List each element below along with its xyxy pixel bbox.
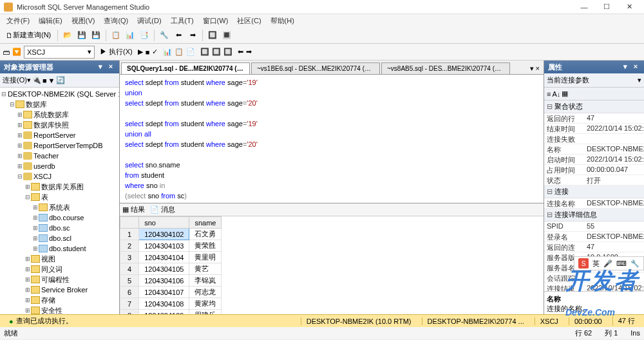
- save-all-icon[interactable]: 💾: [90, 29, 102, 42]
- tab[interactable]: ~vs1BE6.sql - DESK...ME2IK\20774 (53))*: [251, 62, 380, 74]
- save-icon[interactable]: 💾: [75, 29, 88, 42]
- tab-overflow-icon[interactable]: ▾ ×: [526, 63, 544, 74]
- sql-editor[interactable]: select sdept from student where sage='19…: [120, 75, 544, 203]
- tree-item[interactable]: ⊞可编程性: [0, 274, 119, 285]
- new-query-button[interactable]: 🗋 新建查询(N): [3, 29, 54, 42]
- tree-item[interactable]: ⊞Teacher: [0, 151, 119, 161]
- col-sname[interactable]: sname: [189, 217, 222, 229]
- tree-item[interactable]: ⊞视图: [0, 254, 119, 264]
- connect-button[interactable]: 连接(O)▾: [3, 75, 31, 85]
- tool-icon[interactable]: 🔌: [32, 76, 41, 84]
- tool-icon[interactable]: ⬅: [238, 48, 243, 56]
- messages-tab[interactable]: 📄 消息: [150, 205, 175, 214]
- tool-icon[interactable]: 🗃: [3, 48, 10, 56]
- menu-community[interactable]: 社区(C): [233, 15, 265, 27]
- menu-file[interactable]: 文件(F): [3, 15, 33, 27]
- menu-query[interactable]: 查询(Q): [100, 15, 132, 27]
- properties-panel: 属性 ▾ × 当前连接参数 ▾ ≡ A↓ ▦ ⊟聚合状态 返回的行数47 结束时…: [544, 61, 644, 314]
- results-grid[interactable]: snosname 11204304102石文勇21204304103黄荣胜312…: [120, 216, 544, 314]
- tree-item[interactable]: ⊞系统数据库: [0, 109, 119, 120]
- close-icon[interactable]: ×: [106, 62, 115, 71]
- ime-toolbar[interactable]: S 英 🎤 ⌨ 🔧: [574, 256, 644, 270]
- tool-icon[interactable]: 🔲: [223, 48, 232, 56]
- open-icon[interactable]: 📂: [61, 29, 74, 42]
- table-row[interactable]: 51204304106李锦岚: [120, 275, 222, 287]
- menu-view[interactable]: 视图(V): [68, 15, 99, 27]
- tree-server[interactable]: ⊟DESKTOP-NBME2IK (SQL Server 10.0.160: [0, 89, 119, 99]
- table-row[interactable]: 61204304107何志龙: [120, 287, 222, 298]
- tree-item[interactable]: ⊞安全性: [0, 305, 119, 314]
- tool-icon[interactable]: ▼: [48, 77, 55, 84]
- tool-icon[interactable]: ⬅: [172, 29, 185, 42]
- tool-icon[interactable]: 📄: [186, 48, 195, 56]
- tree-item[interactable]: ⊞同义词: [0, 264, 119, 274]
- table-row[interactable]: 11204304102石文勇: [120, 229, 222, 240]
- tool-icon[interactable]: ➡: [246, 48, 252, 56]
- tree-item[interactable]: ⊞ReportServerTempDB: [0, 140, 119, 151]
- database-combo[interactable]: XSCJ▾: [24, 46, 95, 59]
- results-tab[interactable]: ▦ 结果: [122, 205, 145, 214]
- menu-help[interactable]: 帮助(H): [267, 15, 298, 27]
- tool-icon[interactable]: 📊: [163, 48, 172, 56]
- dropdown-icon[interactable]: ▾: [638, 76, 641, 84]
- ime-tool-icon[interactable]: 🔧: [630, 260, 639, 268]
- refresh-icon[interactable]: 🔄: [56, 76, 65, 84]
- tree-tables[interactable]: ⊟表: [0, 192, 119, 202]
- sort-icon[interactable]: ≡: [547, 90, 551, 98]
- table-row[interactable]: 71204304108黄家均: [120, 298, 222, 310]
- ime-tool-icon[interactable]: ⌨: [616, 260, 627, 268]
- parse-icon[interactable]: ✓: [152, 48, 158, 56]
- menu-tools[interactable]: 工具(T): [167, 15, 198, 27]
- tool-icon[interactable]: 🔳: [220, 29, 233, 42]
- tree-item[interactable]: ⊞userdb: [0, 161, 119, 171]
- tool-icon[interactable]: 📊: [124, 29, 137, 42]
- table-row[interactable]: 41204304105黄艺: [120, 263, 222, 275]
- tree-table[interactable]: ⊞dbo.course: [0, 212, 119, 223]
- ime-tool-icon[interactable]: 🎤: [603, 260, 612, 268]
- stop-icon[interactable]: ■: [146, 48, 150, 56]
- tree-databases[interactable]: ⊟数据库: [0, 99, 119, 109]
- maximize-button[interactable]: ☐: [596, 1, 618, 14]
- object-tree[interactable]: ⊟DESKTOP-NBME2IK (SQL Server 10.0.160 ⊟数…: [0, 88, 119, 314]
- menu-window[interactable]: 窗口(W): [199, 15, 232, 27]
- tab-active[interactable]: SQLQuery1.sql - DE...ME2IK\20774 (55))*: [121, 62, 250, 74]
- properties-subtitle: 当前连接参数: [547, 75, 589, 85]
- tool-icon[interactable]: ▦: [562, 90, 568, 98]
- tree-item[interactable]: ⊞数据库关系图: [0, 182, 119, 192]
- table-row[interactable]: 81204304109周建乐: [120, 310, 222, 315]
- menu-edit[interactable]: 编辑(E): [35, 15, 66, 27]
- table-row[interactable]: 21204304103黄荣胜: [120, 240, 222, 252]
- tree-table[interactable]: ⊞dbo.scl: [0, 233, 119, 243]
- close-icon[interactable]: ×: [631, 62, 640, 71]
- tree-item[interactable]: ⊞数据库快照: [0, 120, 119, 130]
- tool-icon[interactable]: 🔲: [206, 29, 219, 42]
- tool-icon[interactable]: 🔽: [12, 48, 21, 56]
- tool-icon[interactable]: 📑: [138, 29, 151, 42]
- minimize-button[interactable]: —: [573, 1, 595, 14]
- menu-debug[interactable]: 调试(D): [133, 15, 165, 27]
- tree-item[interactable]: ⊞存储: [0, 295, 119, 305]
- tool-icon[interactable]: ■: [43, 77, 47, 84]
- dropdown-icon[interactable]: ▾: [96, 62, 105, 71]
- tree-item[interactable]: ⊞系统表: [0, 202, 119, 212]
- tool-icon[interactable]: 📋: [175, 48, 184, 56]
- tree-table[interactable]: ⊞dbo.sc: [0, 223, 119, 233]
- tool-icon[interactable]: 🔧: [158, 29, 171, 42]
- execute-button[interactable]: ▶ 执行(X): [97, 47, 135, 57]
- tool-icon[interactable]: ➡: [186, 29, 199, 42]
- tree-xscj[interactable]: ⊟XSCJ: [0, 171, 119, 182]
- tool-icon[interactable]: 🔲: [200, 48, 209, 56]
- ime-icon[interactable]: S: [578, 258, 589, 269]
- debug-icon[interactable]: ▶: [138, 48, 143, 56]
- tree-item[interactable]: ⊞ReportServer: [0, 130, 119, 140]
- table-row[interactable]: 31204304104黄里明: [120, 252, 222, 263]
- close-button[interactable]: ✕: [618, 1, 640, 14]
- sort-icon[interactable]: A↓: [552, 90, 560, 98]
- tool-icon[interactable]: 📋: [109, 29, 122, 42]
- tool-icon[interactable]: 🔲: [212, 48, 221, 56]
- dropdown-icon[interactable]: ▾: [621, 62, 630, 71]
- tab[interactable]: ~vs8AB5.sql - DES...BME2IK\20774 (52)): [381, 62, 510, 74]
- col-sno[interactable]: sno: [139, 217, 189, 229]
- tree-item[interactable]: ⊞Service Broker: [0, 285, 119, 295]
- tree-table[interactable]: ⊞dbo.student: [0, 243, 119, 254]
